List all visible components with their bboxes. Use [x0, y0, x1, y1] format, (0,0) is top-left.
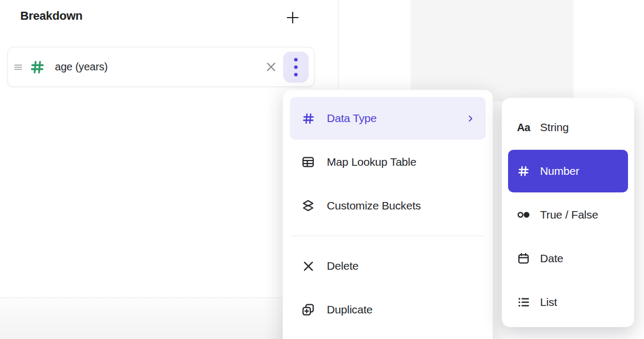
submenu-item-label: List [540, 296, 557, 309]
drag-handle-icon[interactable] [12, 61, 24, 73]
submenu-item-label: Date [540, 252, 564, 265]
menu-item-customize-buckets[interactable]: Customize Buckets [290, 184, 486, 227]
hash-icon [516, 164, 532, 178]
submenu-item-label: Number [540, 165, 579, 177]
table-icon [300, 155, 317, 169]
submenu-item-date[interactable]: Date [508, 237, 628, 280]
data-type-submenu: Aa String Number True / False [502, 98, 634, 327]
submenu-item-label: String [540, 121, 569, 134]
submenu-item-label: True / False [540, 208, 598, 221]
field-options-button[interactable] [283, 52, 309, 83]
submenu-item-true-false[interactable]: True / False [508, 193, 628, 236]
field-label: age (years) [55, 61, 108, 73]
breakdown-field-card[interactable]: age (years) [7, 47, 315, 87]
remove-field-button[interactable] [262, 58, 280, 76]
close-icon [265, 61, 277, 73]
chevron-right-icon [466, 114, 475, 123]
breakdown-title: Breakdown [20, 9, 83, 23]
duplicate-icon [300, 303, 317, 317]
submenu-item-list[interactable]: List [508, 281, 628, 324]
layers-icon [300, 199, 317, 213]
delete-x-icon [300, 260, 317, 273]
menu-item-data-type[interactable]: Data Type [290, 97, 486, 140]
content-placeholder [410, 0, 574, 101]
menu-item-duplicate[interactable]: Duplicate [290, 288, 486, 331]
kebab-menu-icon [293, 57, 299, 77]
add-breakdown-button[interactable] [283, 8, 302, 27]
plus-icon [285, 10, 301, 26]
boolean-icon [516, 208, 532, 221]
string-icon: Aa [516, 122, 532, 134]
calendar-icon [516, 252, 532, 265]
menu-item-delete[interactable]: Delete [290, 245, 486, 287]
menu-item-label: Delete [327, 260, 359, 272]
list-icon [516, 295, 532, 309]
menu-item-label: Map Lookup Table [327, 156, 416, 168]
field-options-menu: Data Type Map Lookup Table [283, 90, 493, 339]
submenu-item-string[interactable]: Aa String [508, 106, 628, 149]
submenu-item-number[interactable]: Number [508, 150, 628, 192]
menu-item-label: Customize Buckets [327, 199, 421, 212]
menu-item-label: Duplicate [327, 303, 373, 316]
menu-divider [291, 236, 485, 236]
number-hash-icon [28, 58, 46, 76]
menu-item-label: Data Type [327, 112, 377, 125]
page: Breakdown age (years) [0, 0, 644, 339]
menu-item-map-lookup-table[interactable]: Map Lookup Table [290, 141, 486, 183]
hash-icon [300, 111, 317, 126]
